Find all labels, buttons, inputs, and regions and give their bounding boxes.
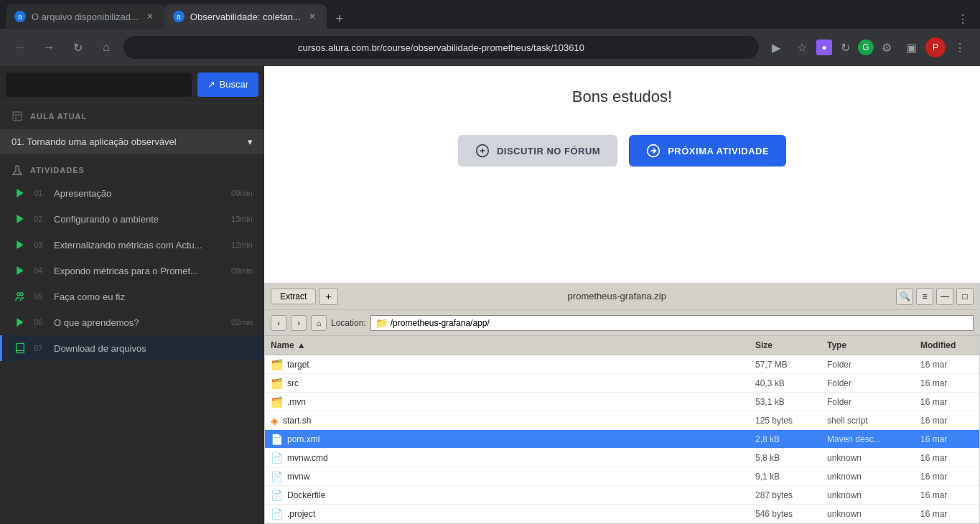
tab-1[interactable]: a O arquivo disponibilizad... ✕	[6, 4, 164, 29]
fm-type-mvn: Folder	[821, 396, 915, 408]
activity-02-icon	[14, 212, 27, 225]
fm-search-button[interactable]: 🔍	[896, 288, 913, 305]
fm-type-project: unknown	[821, 507, 915, 520]
file-icon-project: 📄	[271, 508, 283, 520]
aula-atual-section: AULA ATUAL	[0, 103, 264, 129]
fm-row-target[interactable]: 🗂️ target 57,7 MB Folder 16 mar	[265, 355, 979, 374]
fm-filename-mvnw: mvnw	[287, 472, 309, 482]
fm-filename-dockerfile: Dockerfile	[287, 490, 325, 500]
browser-chrome: a O arquivo disponibilizad... ✕ a Observ…	[0, 0, 980, 66]
activity-item-06[interactable]: 06 O que aprendemos? 02min	[0, 309, 264, 335]
fm-row-mvn[interactable]: 🗂️ .mvn 53,1 kB Folder 16 mar	[265, 393, 979, 411]
tab-end: ⋮	[951, 9, 974, 29]
folder-icon-target: 🗂️	[271, 359, 283, 370]
tab-2-favicon: a	[173, 11, 185, 22]
home-button[interactable]: ⌂	[95, 36, 118, 59]
activity-item-01[interactable]: 01 Apresentação 09min	[0, 180, 264, 206]
activity-04-name: Expondo métricas para o Promet...	[54, 266, 224, 276]
activity-03-num: 03	[34, 240, 47, 249]
reload-button[interactable]: ↻	[66, 36, 89, 59]
fm-size-dockerfile: 287 bytes	[750, 489, 821, 502]
fm-type-mvnwcmd: unknown	[821, 452, 915, 464]
fm-forward-button[interactable]: ›	[291, 315, 307, 331]
cast-icon[interactable]: ▶	[765, 36, 788, 59]
fm-minimize-button[interactable]: —	[936, 288, 953, 305]
fm-location-path: /prometheus-grafana/app/	[391, 318, 490, 328]
forum-button-label: DISCUTIR NO FÓRUM	[497, 146, 600, 156]
current-lesson-chevron: ▾	[248, 136, 253, 147]
search-input[interactable]	[6, 72, 192, 97]
fm-header-size[interactable]: Size	[750, 339, 821, 352]
back-button[interactable]: ←	[9, 36, 32, 59]
activity-02-duration: 13min	[231, 215, 253, 223]
fm-view-button[interactable]: ≡	[916, 288, 933, 305]
current-lesson[interactable]: 01. Tornando uma aplicação observável ▾	[0, 129, 264, 154]
fm-header-name[interactable]: Name ▲	[265, 339, 750, 352]
ext-icon-g[interactable]: G	[858, 39, 874, 55]
activity-item-02[interactable]: 02 Configurando o ambiente 13min	[0, 206, 264, 232]
new-tab-button[interactable]: +	[330, 9, 350, 29]
ext-refresh-icon[interactable]: ↻	[834, 36, 857, 59]
fm-row-mvnw[interactable]: 📄 mvnw 9,1 kB unknown 16 mar	[265, 467, 979, 486]
fm-row-mvnwcmd[interactable]: 📄 mvnw.cmd 5,8 kB unknown 16 mar	[265, 449, 979, 467]
fm-header-modified[interactable]: Modified	[915, 339, 979, 352]
fm-header-type[interactable]: Type	[821, 339, 915, 352]
book-icon	[11, 111, 23, 122]
ext-puzzle-icon[interactable]: ⚙	[875, 36, 898, 59]
chrome-menu-icon[interactable]: ⋮	[948, 36, 971, 59]
extract-button[interactable]: Extract	[271, 289, 316, 304]
buscar-icon: ↗	[207, 79, 215, 90]
activity-item-07[interactable]: 07 Download de arquivos	[0, 335, 264, 361]
fm-row-dockerfile[interactable]: 📄 Dockerfile 287 bytes unknown 16 mar	[265, 486, 979, 505]
tab-1-close[interactable]: ✕	[144, 11, 156, 22]
fm-row-project[interactable]: 📄 .project 546 bytes unknown 16 mar	[265, 505, 979, 523]
address-bar[interactable]: cursos.alura.com.br/course/observabilida…	[123, 36, 759, 59]
ext-screen-icon[interactable]: ▣	[900, 36, 923, 59]
fm-location-input[interactable]: 📁 /prometheus-grafana/app/	[370, 315, 974, 331]
svg-rect-0	[13, 112, 22, 121]
activity-item-04[interactable]: 04 Expondo métricas para o Promet... 08m…	[0, 258, 264, 284]
xml-icon-pomxml: 📄	[271, 434, 283, 445]
buscar-label: Buscar	[220, 79, 248, 90]
fm-back-button[interactable]: ‹	[271, 315, 286, 331]
activity-item-05[interactable]: 05 Faça como eu fiz	[0, 284, 264, 309]
main-layout: ↗ Buscar AULA ATUAL 01. Tornando uma apl…	[0, 66, 980, 524]
add-button[interactable]: +	[319, 288, 337, 305]
file-icon-dockerfile: 📄	[271, 490, 283, 501]
buscar-button[interactable]: ↗ Buscar	[197, 72, 258, 97]
activity-01-duration: 09min	[231, 189, 253, 197]
fm-row-src[interactable]: 🗂️ src 40,3 kB Folder 16 mar	[265, 374, 979, 393]
play-icon-01	[14, 187, 26, 199]
forward-button[interactable]: →	[37, 36, 60, 59]
fm-location-label: Location:	[331, 318, 366, 328]
fm-type-target: Folder	[821, 358, 915, 371]
folder-icon-src: 🗂️	[271, 378, 283, 389]
activity-03-name: Externalizando métricas com Actu...	[54, 240, 224, 251]
activity-04-icon	[14, 264, 27, 277]
fm-modified-startsh: 16 mar	[915, 414, 979, 427]
next-activity-button[interactable]: PRÓXIMA ATIVIDADE	[629, 135, 786, 167]
fm-row-startsh[interactable]: ◈ start.sh 125 bytes shell script 16 mar	[265, 411, 979, 430]
user-avatar[interactable]: P	[925, 37, 946, 57]
nav-bar: ← → ↻ ⌂ cursos.alura.com.br/course/obser…	[0, 29, 980, 66]
people-icon-05	[14, 291, 26, 302]
fm-row-pomxml[interactable]: 📄 pom.xml 2,8 kB Maven desc... 16 mar	[265, 430, 979, 449]
tab-2[interactable]: a Observabilidade: coletan... ✕	[164, 4, 327, 29]
fm-modified-mvnw: 16 mar	[915, 470, 979, 483]
tab-end-options[interactable]: ⋮	[951, 9, 974, 29]
tab-bar: a O arquivo disponibilizad... ✕ a Observ…	[0, 0, 980, 29]
aula-atual-label: AULA ATUAL	[30, 112, 87, 121]
atividades-section: ATIVIDADES	[0, 154, 264, 180]
fm-maximize-button[interactable]: □	[956, 288, 974, 305]
fm-type-mvnw: unknown	[821, 470, 915, 483]
action-buttons: DISCUTIR NO FÓRUM PRÓXIMA ATIVIDADE	[458, 135, 786, 167]
ext-icon-1[interactable]: ●	[816, 39, 832, 55]
forum-button[interactable]: DISCUTIR NO FÓRUM	[458, 135, 617, 167]
bookmark-icon[interactable]: ☆	[790, 36, 813, 59]
tab-2-close[interactable]: ✕	[307, 11, 318, 22]
activity-item-03[interactable]: 03 Externalizando métricas com Actu... 1…	[0, 232, 264, 258]
fm-filename-mvn: .mvn	[287, 397, 306, 407]
fm-home-button[interactable]: ⌂	[311, 315, 327, 331]
fm-size-src: 40,3 kB	[750, 377, 821, 390]
play-icon-04	[14, 265, 26, 276]
